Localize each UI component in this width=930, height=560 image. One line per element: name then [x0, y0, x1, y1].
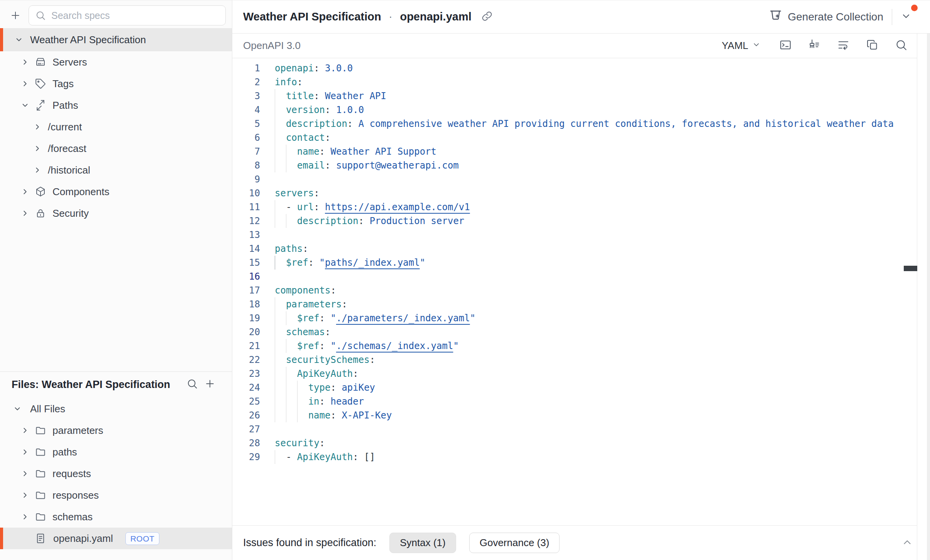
code-token: name	[297, 146, 320, 157]
code-line[interactable]: 19$ref: "./parameters/_index.yaml"	[232, 311, 917, 325]
line-number: 4	[232, 103, 260, 117]
sidebar-item-servers[interactable]: Servers	[0, 51, 232, 73]
terminal-button[interactable]	[779, 39, 792, 53]
files-search-button[interactable]	[183, 376, 201, 393]
line-content: - ApiKeyAuth: []	[260, 450, 375, 464]
code-editor[interactable]: 1openapi: 3.0.02info:3title: Weather API…	[232, 58, 917, 525]
files-file-label: openapi.yaml	[53, 533, 113, 545]
code-line[interactable]: 14paths:	[232, 242, 917, 256]
collection-menu-button[interactable]	[901, 11, 911, 23]
code-link[interactable]: https://api.example.com/v1	[325, 202, 470, 213]
word-wrap-button[interactable]	[837, 39, 850, 53]
files-item-all-files[interactable]: All Files	[0, 398, 232, 420]
sidebar-item-weather-api-specification[interactable]: Weather API Specification	[0, 28, 232, 51]
code-line[interactable]: 15$ref: "paths/_index.yaml"	[232, 256, 917, 270]
header-actions: Generate Collection	[769, 8, 911, 25]
editor-search-button[interactable]	[895, 39, 908, 53]
indent-guide	[275, 297, 286, 311]
code-line[interactable]: 4version: 1.0.0	[232, 103, 917, 117]
governance-issues-button[interactable]: Governance (3)	[469, 533, 560, 553]
sidebar-item-historical[interactable]: /historical	[0, 159, 232, 181]
code-token: -	[286, 452, 297, 462]
code-line[interactable]: 6contact:	[232, 131, 917, 145]
scrollbar-thumb[interactable]	[904, 266, 918, 271]
code-line[interactable]: 7name: Weather API Support	[232, 145, 917, 159]
code-line[interactable]: 11- url: https://api.example.com/v1	[232, 200, 917, 214]
indent-guide	[286, 408, 297, 422]
code-line[interactable]: 9	[232, 172, 917, 186]
sidebar-item-tags[interactable]: Tags	[0, 73, 232, 94]
files-add-button[interactable]	[201, 376, 219, 393]
sidebar-item-paths[interactable]: Paths	[0, 94, 232, 116]
chevron-right-icon	[33, 166, 42, 174]
code-link[interactable]: paths/_index.yaml	[325, 257, 420, 268]
generate-collection-button[interactable]: Generate Collection	[769, 8, 883, 25]
code-line[interactable]: 13	[232, 228, 917, 242]
code-token: name	[308, 410, 331, 421]
code-line[interactable]: 17components:	[232, 283, 917, 297]
files-folder-parameters[interactable]: parameters	[0, 420, 232, 441]
code-line[interactable]: 20schemas:	[232, 325, 917, 339]
sidebar-item-current[interactable]: /current	[0, 116, 232, 138]
spec-root-label: Weather API Specification	[30, 34, 146, 46]
code-line[interactable]: 28security:	[232, 436, 917, 450]
code-line[interactable]: 29- ApiKeyAuth: []	[232, 450, 917, 464]
format-cleanup-button[interactable]	[808, 39, 821, 53]
code-token: version	[286, 105, 325, 115]
syntax-issues-button[interactable]: Syntax (1)	[389, 533, 456, 553]
sidebar-item-components[interactable]: Components	[0, 181, 232, 202]
code-line[interactable]: 22securitySchemes:	[232, 353, 917, 367]
code-line[interactable]: 5description: A comprehensive weather AP…	[232, 117, 917, 131]
sidebar-item-label: Components	[52, 186, 109, 198]
root-badge: ROOT	[125, 532, 160, 545]
code-token: header	[330, 396, 364, 407]
code-link[interactable]: ./parameters/_index.yaml	[336, 313, 470, 324]
files-folder-requests[interactable]: requests	[0, 463, 232, 484]
code-link[interactable]: ./schemas/_index.yaml	[336, 341, 453, 351]
add-spec-button[interactable]	[6, 6, 25, 25]
code-line[interactable]: 2info:	[232, 75, 917, 89]
sidebar-item-forecast[interactable]: /forecast	[0, 138, 232, 159]
line-number: 22	[232, 353, 260, 367]
line-content	[260, 228, 275, 242]
code-token: $ref	[297, 341, 320, 351]
code-line[interactable]: 27	[232, 422, 917, 436]
line-content: title: Weather API	[260, 89, 386, 103]
copy-link-button[interactable]	[481, 10, 493, 24]
code-token: schemas	[286, 327, 325, 337]
code-line[interactable]: 1openapi: 3.0.0	[232, 61, 917, 75]
code-line[interactable]: 24type: apiKey	[232, 381, 917, 395]
indent-guide	[275, 117, 286, 131]
files-file-openapi-yaml[interactable]: openapi.yamlROOT	[0, 528, 232, 549]
chevron-right-icon	[21, 513, 29, 521]
collapse-issues-button[interactable]	[901, 536, 913, 550]
line-number: 14	[232, 242, 260, 256]
spec-search-box[interactable]	[29, 5, 226, 25]
code-line[interactable]: 23ApiKeyAuth:	[232, 367, 917, 381]
search-input[interactable]	[51, 10, 219, 22]
language-select[interactable]: YAML	[722, 40, 761, 52]
copy-button[interactable]	[866, 39, 879, 53]
issues-status-bar: Issues found in specification: Syntax (1…	[232, 525, 917, 560]
line-content	[260, 422, 275, 436]
code-line[interactable]: 12description: Production server	[232, 214, 917, 228]
language-label: YAML	[722, 40, 748, 52]
files-folder-responses[interactable]: responses	[0, 484, 232, 506]
code-line[interactable]: 8email: support@weatherapi.com	[232, 159, 917, 172]
code-line[interactable]: 25in: header	[232, 395, 917, 408]
code-token: :	[331, 285, 336, 296]
code-line[interactable]: 10servers:	[232, 186, 917, 200]
code-line[interactable]: 26name: X-API-Key	[232, 408, 917, 422]
files-folder-schemas[interactable]: schemas	[0, 506, 232, 528]
generate-collection-label: Generate Collection	[788, 11, 883, 23]
code-line[interactable]: 21$ref: "./schemas/_index.yaml"	[232, 339, 917, 353]
code-line[interactable]: 16	[232, 270, 917, 283]
line-number: 10	[232, 186, 260, 200]
code-token: securitySchemes	[286, 354, 370, 365]
code-token: description	[286, 118, 347, 129]
sidebar-item-security[interactable]: Security	[0, 202, 232, 224]
files-folder-paths[interactable]: paths	[0, 441, 232, 463]
code-line[interactable]: 3title: Weather API	[232, 89, 917, 103]
code-line[interactable]: 18parameters:	[232, 297, 917, 311]
code-token: $ref	[286, 257, 308, 268]
